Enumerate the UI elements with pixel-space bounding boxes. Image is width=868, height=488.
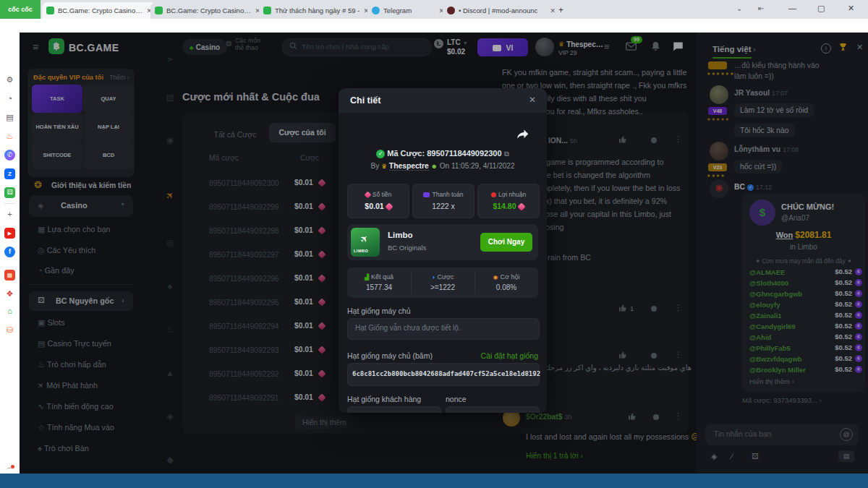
sidebar-item-recent[interactable]: ◔ Gần đây xyxy=(38,266,75,275)
casino-select[interactable]: ◈ Casino ▼ xyxy=(29,195,133,217)
chat-toggle-icon[interactable] xyxy=(673,41,684,51)
dislike-dot-icon[interactable] xyxy=(651,353,657,359)
chat-rules-icon[interactable]: ▤ xyxy=(838,450,854,462)
info-icon[interactable]: i xyxy=(821,43,831,53)
rail-spade-icon[interactable]: ♠ xyxy=(163,281,176,291)
user-avatar[interactable] xyxy=(535,38,554,56)
close-chat-icon[interactable]: ✕ xyxy=(856,43,863,52)
winner-name[interactable]: @elouyfy xyxy=(749,301,780,309)
mention-at-icon[interactable]: @ xyxy=(840,428,853,441)
chat-room-label[interactable]: Tiếng việt xyxy=(712,45,751,53)
table-row[interactable]: 89507118449092298$0.0111:0 xyxy=(209,226,279,235)
promo-spin-card[interactable]: QUAY xyxy=(83,85,134,113)
slash-command-icon[interactable]: ∕ xyxy=(731,452,733,461)
nav-casino-button[interactable]: ♣ Casino xyxy=(182,39,227,55)
sidebar-item-slots[interactable]: ▣ Slots xyxy=(38,318,64,328)
more-menu-icon[interactable]: ⋮ xyxy=(674,350,682,359)
winner-name[interactable]: @PhillyFab5 xyxy=(749,344,791,352)
referral-link[interactable]: Giới thiệu và kiếm tiền xyxy=(51,181,131,189)
more-menu-icon[interactable]: ⋮ xyxy=(674,303,682,312)
browser-tab-1[interactable]: BC.Game: Crypto Casino Gam ✕ xyxy=(42,2,156,19)
currency-selector[interactable]: LTC ▼ $0.02 xyxy=(447,38,468,56)
shopping-icon[interactable]: ▦ xyxy=(4,270,15,281)
sidebar-item-bc-originals[interactable]: ⚄ BC Nguyên gốc › xyxy=(29,291,133,311)
show-more-winners-link[interactable]: Hiển thị thêm › xyxy=(749,377,794,385)
rail-wheel-icon[interactable]: ◎ xyxy=(163,238,176,248)
hot-flame-icon[interactable]: ♨ xyxy=(4,131,15,142)
like-icon[interactable] xyxy=(618,304,627,312)
winner-name[interactable]: @Candygirl69 xyxy=(749,322,796,330)
sidebar-item-live-casino[interactable]: ▤ Casino Trực tuyến xyxy=(38,339,111,348)
chat-message-input[interactable]: Tin nhắn của bạn @ xyxy=(705,424,859,445)
rail-plinko-icon[interactable]: ◈ xyxy=(163,411,176,421)
game-search-input[interactable]: Tên trò chơi | Nhà cung cấp xyxy=(282,38,432,56)
bet-owner-link[interactable]: Thespectre xyxy=(389,162,429,171)
bell-icon[interactable] xyxy=(651,41,660,51)
limbo-thumbnail[interactable]: ✈ LIMBO xyxy=(351,228,380,257)
browser-tab-3[interactable]: Thử thách hàng ngày # 59 - ✕ xyxy=(259,2,373,19)
rail-dice-icon[interactable]: ⚄ xyxy=(163,93,176,103)
youtube-icon[interactable]: ▶ xyxy=(4,228,15,239)
bonus-gem-icon[interactable]: ◈ xyxy=(711,452,717,461)
sidebar-item-hot-games[interactable]: ♨ Trò chơi hấp dẫn xyxy=(38,360,106,369)
table-row[interactable]: 89507118449092300$0.0111:0 xyxy=(209,179,279,187)
quests-menu-icon[interactable]: ≡ xyxy=(604,41,610,52)
settings-gear-icon[interactable]: ⚙ xyxy=(4,74,15,85)
table-row[interactable]: 89507118449092293$0.0111:0 xyxy=(209,346,279,354)
chat-user-row[interactable]: JR Yasoul 17:07 xyxy=(734,88,788,97)
coccoc-brand-logo[interactable]: cốc cốc xyxy=(0,0,41,19)
gift-icon[interactable]: ❖ xyxy=(4,288,15,299)
table-row[interactable]: 89507118449092291$0.0111:0 xyxy=(209,393,279,402)
dislike-dot-icon[interactable] xyxy=(651,137,657,143)
sidebar-item-foryou[interactable]: ▦ Lựa chọn cho bạn xyxy=(38,225,111,234)
browser-tab-5[interactable]: • Discord | #mod-announc ✕ xyxy=(443,2,560,19)
chevron-down-icon[interactable]: ▼ xyxy=(120,202,125,207)
congrats-user[interactable]: @Aria07 xyxy=(781,214,809,222)
winner-name[interactable]: @Zainali1 xyxy=(749,312,782,320)
newsfeed-icon[interactable]: ▤ xyxy=(4,112,15,123)
winner-name[interactable]: @ALMAEE xyxy=(749,268,785,276)
winner-name[interactable]: @Sloth4000 xyxy=(749,279,788,287)
nav-sports-button[interactable]: Các môn thể thao xyxy=(235,37,260,51)
home-garden-icon[interactable]: ⌂ xyxy=(4,306,15,317)
messenger-icon[interactable]: ✆ xyxy=(4,150,15,160)
like-icon[interactable] xyxy=(618,351,627,359)
promo-task-card[interactable]: TASK xyxy=(32,85,82,113)
browser-tab-4[interactable]: Telegram ✕ xyxy=(367,2,448,19)
window-minimize-button[interactable]: — xyxy=(788,4,796,12)
nonce-field[interactable] xyxy=(446,406,540,413)
sidebar-item-table-games[interactable]: ♠ Trò chơi Bàn xyxy=(38,444,89,453)
sidebar-toggle-icon[interactable]: ≡ xyxy=(33,41,38,53)
like-icon[interactable] xyxy=(628,412,637,421)
bcgame-logo-icon[interactable]: ฿ xyxy=(48,38,64,54)
show-replies-link[interactable]: Hiển thị 1 trả lời › xyxy=(526,452,583,460)
table-row[interactable]: 89507118449092295$0.0111:0 xyxy=(209,298,279,307)
promo-rakeback-card[interactable]: HOÀN TIỀN XẤU xyxy=(32,113,82,141)
chevron-right-icon[interactable]: › xyxy=(753,45,756,53)
table-row[interactable]: 89507118449092292$0.0111:0 xyxy=(209,369,279,378)
promo-reload-card[interactable]: NẠP LẠI xyxy=(83,113,134,141)
promo-shitcode-card[interactable]: SHITCODE xyxy=(32,141,82,169)
rail-keno-icon[interactable]: ◆ xyxy=(163,455,176,465)
sidebar-item-favorites[interactable]: ◎ Các Yêu thích xyxy=(38,246,95,255)
rail-flame-icon[interactable]: ♨ xyxy=(163,325,176,335)
play-now-button[interactable]: Chơi Ngay xyxy=(480,233,532,252)
winner-name[interactable]: @Ahid xyxy=(749,333,771,341)
facebook-icon[interactable]: f xyxy=(4,247,15,257)
table-row[interactable]: 89507118449092297$0.0111:0 xyxy=(209,250,279,259)
rail-crash-icon[interactable]: ◉ xyxy=(163,135,176,145)
rail-pin-icon[interactable]: ➣ xyxy=(163,54,176,64)
zalo-icon[interactable]: Z xyxy=(4,168,15,179)
user-info[interactable]: ♛ Thespectre VIP 29 xyxy=(558,39,604,56)
dislike-dot-icon[interactable] xyxy=(651,306,657,312)
winner-name[interactable]: @Ghncgarbgwb xyxy=(749,290,802,298)
game-center-icon[interactable]: ⚄ xyxy=(4,187,15,198)
rail-mine-icon[interactable]: ▲ xyxy=(163,368,176,378)
wallet-button[interactable]: VI xyxy=(477,38,528,56)
like-icon[interactable] xyxy=(618,135,627,144)
rail-limbo-rocket-icon[interactable]: ✈ xyxy=(161,187,178,204)
chat-avatar[interactable] xyxy=(710,142,728,160)
modal-close-icon[interactable]: ✕ xyxy=(529,95,536,105)
dislike-dot-icon[interactable] xyxy=(653,414,659,420)
sidebar-item-high-volatility[interactable]: ∿ Tính biến động cao xyxy=(38,402,114,411)
